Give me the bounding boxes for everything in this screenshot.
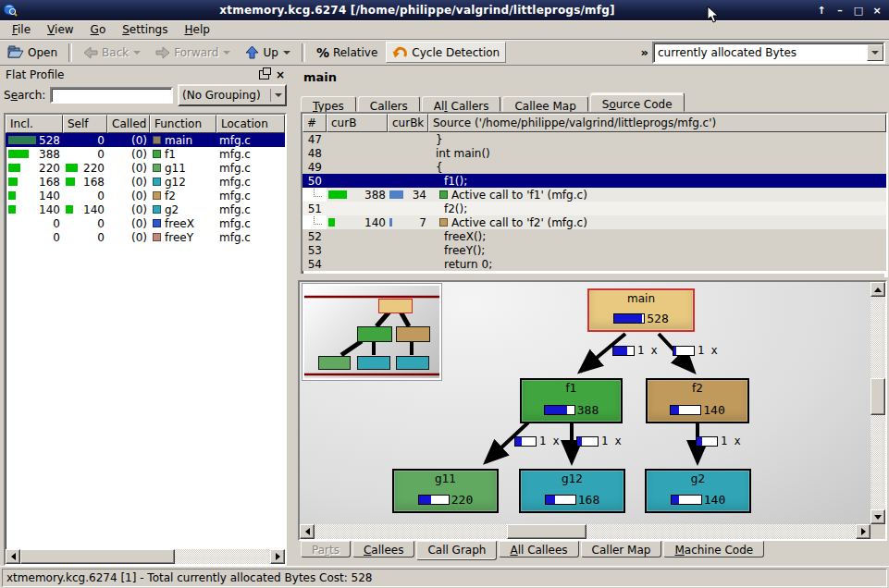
graph-node-f2[interactable]: f2140 — [646, 378, 749, 423]
tab-call-graph[interactable]: Call Graph — [416, 541, 497, 560]
column-header-incl-[interactable]: Incl. — [6, 115, 63, 133]
tab-machine-code[interactable]: Machine Code — [663, 541, 764, 557]
source-header: #curBcurBkSource ('/home/philippe/valgri… — [303, 114, 886, 132]
table-row[interactable]: 140140(0)g2mfg.c — [6, 202, 285, 216]
toolbar-overflow-button[interactable]: » — [641, 45, 648, 59]
table-row[interactable]: 00(0)freeXmfg.c — [6, 216, 285, 230]
event-type-combobox[interactable]: currently allocated Bytes — [652, 42, 885, 64]
source-line-row[interactable]: 51f2(); — [303, 202, 886, 215]
source-line-row[interactable]: 53freeY(); — [303, 243, 886, 257]
graph-node-main[interactable]: main528 — [587, 288, 695, 332]
menu-view[interactable]: View — [39, 21, 81, 38]
flat-profile-hscrollbar[interactable] — [6, 549, 285, 564]
scroll-track[interactable] — [870, 297, 885, 509]
minimize-button[interactable]: – — [832, 3, 848, 18]
maximize-button[interactable]: □ — [850, 3, 867, 18]
column-header-location[interactable]: Location — [216, 115, 285, 133]
tab-callee-map[interactable]: Callee Map — [502, 96, 587, 112]
vertical-splitter[interactable] — [290, 67, 297, 564]
up-button[interactable]: Up — [239, 42, 296, 63]
table-row[interactable]: 168168(0)g12mfg.c — [6, 175, 285, 189]
scroll-right-button[interactable] — [856, 524, 870, 539]
edge-label-main-f2[interactable]: 1 x — [673, 344, 718, 357]
source-line-row[interactable]: 52freeX(); — [303, 229, 886, 243]
scroll-track[interactable] — [315, 524, 856, 539]
tab-types[interactable]: Types — [301, 96, 356, 112]
menu-go[interactable]: Go — [82, 21, 115, 38]
cycle-detection-button[interactable]: Cycle Detection — [386, 42, 506, 63]
scroll-track[interactable] — [20, 549, 270, 564]
function-color-icon — [153, 233, 161, 241]
graph-vscrollbar[interactable] — [870, 282, 885, 524]
tab-callers[interactable]: Callers — [358, 96, 420, 112]
tab-all-callees[interactable]: All Callees — [499, 541, 578, 557]
active-call-row[interactable]: 1407Active call to 'f2' (mfg.c) — [303, 215, 886, 229]
graph-node-f1[interactable]: f1388 — [520, 378, 623, 423]
graph-node-g12[interactable]: g12168 — [519, 469, 625, 513]
column-header-function[interactable]: Function — [150, 115, 216, 133]
scroll-thumb[interactable] — [870, 378, 885, 415]
horizontal-splitter[interactable] — [301, 274, 884, 280]
close-button[interactable]: × — [869, 3, 885, 18]
source-line-row[interactable]: 54return 0; — [303, 257, 886, 271]
forward-dropdown-icon[interactable] — [223, 51, 230, 55]
column-header-self[interactable]: Self — [63, 115, 107, 133]
dock-close-icon[interactable]: × — [276, 70, 285, 80]
grouping-dropdown-button[interactable] — [270, 89, 285, 102]
menu-help[interactable]: Help — [176, 21, 217, 38]
shade-button[interactable]: ↑ — [813, 3, 830, 18]
table-row[interactable]: 3880(0)f1mfg.c — [6, 147, 285, 161]
edge-count-fill — [613, 347, 627, 355]
graph-node-g2[interactable]: g2140 — [645, 469, 751, 513]
tab-source-code[interactable]: Source Code — [590, 92, 685, 112]
relative-button[interactable]: % Relative — [310, 42, 384, 64]
combobox-dropdown-button[interactable] — [867, 44, 883, 61]
scroll-thumb[interactable] — [507, 524, 586, 539]
scroll-thumb[interactable] — [20, 549, 175, 564]
tab-caller-map[interactable]: Caller Map — [581, 541, 662, 557]
tab-all-callers[interactable]: All Callers — [422, 96, 501, 112]
call-graph-view[interactable]: main528f1388f2140g11220g12168g2140 1 x1 … — [300, 282, 870, 524]
source-line-row[interactable]: 49{ — [303, 160, 886, 174]
source-column-curb[interactable]: curB — [327, 114, 388, 132]
graph-node-g11[interactable]: g11220 — [392, 469, 499, 513]
edge-label-f1-g12[interactable]: 1 x — [576, 435, 622, 447]
tab-parts[interactable]: Parts — [301, 541, 351, 557]
source-line-row[interactable]: 47} — [303, 132, 886, 146]
up-dropdown-icon[interactable] — [283, 51, 290, 55]
source-column-curbk[interactable]: curBk — [388, 114, 428, 132]
scroll-up-button[interactable] — [870, 282, 885, 297]
edge-label-main-f1[interactable]: 1 x — [612, 344, 658, 357]
source-line-row[interactable]: 48int main() — [303, 146, 886, 160]
self-value: 0 — [97, 190, 105, 202]
edge-label-f2-g2[interactable]: 1 x — [696, 435, 741, 447]
scroll-left-button[interactable] — [300, 524, 315, 539]
scroll-right-button[interactable] — [270, 549, 285, 564]
grouping-combobox[interactable]: (No Grouping) — [178, 84, 287, 106]
source-column--[interactable]: # — [303, 114, 327, 132]
table-row[interactable]: 00(0)freeYmfg.c — [6, 230, 285, 244]
tab-callees[interactable]: Callees — [352, 541, 414, 557]
active-call-row[interactable]: 38834Active call to 'f1' (mfg.c) — [303, 188, 886, 202]
source-line-row[interactable]: 50f1(); — [303, 174, 886, 188]
called-cell: (0) — [107, 161, 150, 175]
self-cell: 0 — [63, 189, 107, 202]
search-input[interactable] — [50, 87, 173, 104]
called-value: (0) — [131, 176, 147, 189]
scroll-down-button[interactable] — [870, 509, 885, 524]
back-button[interactable]: Back — [77, 43, 147, 63]
open-button[interactable]: Open — [1, 42, 64, 63]
column-header-called[interactable]: Called — [107, 115, 150, 133]
menu-settings[interactable]: Settings — [114, 21, 176, 38]
dock-float-icon[interactable] — [259, 70, 269, 80]
scroll-left-button[interactable] — [6, 549, 20, 564]
back-dropdown-icon[interactable] — [133, 51, 141, 55]
forward-button[interactable]: Forward — [149, 43, 237, 63]
edge-label-f1-g11[interactable]: 1 x — [514, 435, 560, 447]
table-row[interactable]: 220220(0)g11mfg.c — [6, 161, 285, 175]
table-row[interactable]: 5280(0)mainmfg.c — [6, 133, 285, 147]
graph-hscrollbar[interactable] — [300, 524, 870, 539]
table-row[interactable]: 1400(0)f2mfg.c — [6, 189, 285, 202]
source-column-source[interactable]: Source ('/home/philippe/valgrind/littlep… — [428, 114, 886, 132]
menu-file[interactable]: File — [4, 21, 39, 38]
